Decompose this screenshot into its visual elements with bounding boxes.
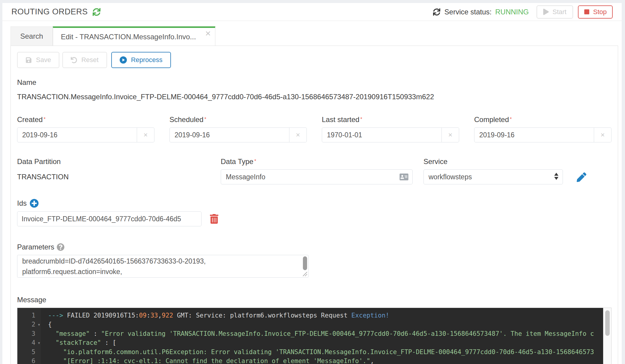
required-mark: * bbox=[360, 117, 362, 122]
service-status-group: Service status: RUNNING Start Stop bbox=[433, 5, 613, 19]
service-status-value: RUNNING bbox=[495, 8, 529, 16]
parameters-label: Parameters bbox=[17, 243, 54, 251]
reprocess-button-label: Reprocess bbox=[131, 56, 163, 64]
close-icon[interactable]: × bbox=[205, 28, 211, 38]
field-scheduled: Scheduled* × bbox=[169, 115, 307, 142]
clear-icon[interactable]: × bbox=[137, 127, 154, 142]
tab-search[interactable]: Search bbox=[10, 26, 53, 46]
add-id-plus-icon[interactable] bbox=[30, 199, 39, 208]
stop-icon bbox=[584, 9, 590, 15]
save-icon bbox=[25, 57, 32, 63]
tab-edit[interactable]: Edit - TRANSACTION.MessageInfo.Invo... × bbox=[53, 26, 215, 46]
reprocess-button[interactable]: Reprocess bbox=[111, 52, 171, 68]
stop-button[interactable]: Stop bbox=[578, 5, 613, 19]
code-row: 5 "io.platform6.common.util.P6Exception:… bbox=[17, 348, 603, 357]
app-header: ROUTING ORDERS Service status: RUNNING S… bbox=[2, 3, 622, 21]
parameters-field: breadcrumbId=ID-d7d426540165-15663767336… bbox=[17, 255, 309, 278]
play-circle-icon bbox=[120, 56, 127, 64]
fold-caret-icon[interactable]: ▾ bbox=[37, 320, 40, 329]
clear-icon[interactable]: × bbox=[289, 127, 307, 142]
line-number: 6 bbox=[17, 357, 41, 364]
tab-edit-label: Edit - TRANSACTION.MessageInfo.Invo... bbox=[61, 33, 196, 41]
scheduled-input[interactable] bbox=[169, 127, 289, 142]
field-completed: Completed* × bbox=[474, 115, 612, 142]
created-input[interactable] bbox=[17, 127, 137, 142]
page-title: ROUTING ORDERS bbox=[11, 7, 88, 16]
service-select-value: workflowsteps bbox=[429, 173, 472, 181]
tab-bar: Search Edit - TRANSACTION.MessageInfo.In… bbox=[10, 26, 622, 46]
refresh-icon[interactable] bbox=[93, 8, 100, 16]
code-line: "[Error] :1:14: cvc-elt.1: Cannot find t… bbox=[41, 357, 374, 364]
code-row: 6 "[Error] :1:14: cvc-elt.1: Cannot find… bbox=[17, 357, 603, 364]
code-line: "io.platform6.common.util.P6Exception: E… bbox=[41, 348, 594, 357]
code-row: 4▾ "stackTrace" : [ bbox=[17, 338, 603, 347]
address-card-icon[interactable] bbox=[399, 173, 408, 182]
code-row: 3 "message" : "Error validating 'TRANSAC… bbox=[17, 329, 603, 338]
resize-grip-icon[interactable] bbox=[302, 271, 308, 277]
stop-button-label: Stop bbox=[593, 8, 607, 16]
reset-button-label: Reset bbox=[81, 56, 98, 64]
edit-pencil-icon[interactable] bbox=[577, 172, 586, 182]
required-mark: * bbox=[43, 117, 45, 122]
clear-icon[interactable]: × bbox=[594, 127, 612, 142]
reset-button[interactable]: Reset bbox=[62, 52, 107, 68]
required-mark: * bbox=[510, 117, 512, 122]
ids-label: Ids bbox=[17, 199, 27, 207]
data-type-input[interactable] bbox=[221, 169, 413, 184]
play-icon bbox=[543, 9, 549, 15]
name-value: TRANSACTION.MessageInfo.Invoice_FTP-DELM… bbox=[17, 93, 612, 101]
edit-panel: Save Reset Reprocess Name TRANSACTION.Me… bbox=[10, 46, 618, 364]
service-refresh-icon[interactable] bbox=[433, 8, 440, 16]
last-started-input[interactable] bbox=[322, 127, 442, 142]
service-status-label: Service status: bbox=[444, 8, 492, 16]
app-sheet: ROUTING ORDERS Service status: RUNNING S… bbox=[2, 3, 622, 364]
code-line: "message" : "Error validating 'TRANSACTI… bbox=[41, 329, 594, 338]
completed-input[interactable] bbox=[474, 127, 594, 142]
data-partition-value: TRANSACTION bbox=[17, 169, 221, 184]
field-created: Created* × bbox=[17, 115, 154, 142]
message-label: Message bbox=[17, 296, 612, 304]
scheduled-label: Scheduled bbox=[169, 115, 203, 124]
date-fields-row: Created* × Scheduled* × Last started* × bbox=[17, 115, 612, 142]
ids-header: Ids bbox=[17, 199, 612, 208]
message-code-editor[interactable]: 1---> FAILED 20190916T15:09:33,922 GMT: … bbox=[17, 308, 612, 364]
code-row: 2▾{ bbox=[17, 320, 603, 329]
code-row: 1---> FAILED 20190916T15:09:33,922 GMT: … bbox=[17, 311, 603, 320]
field-last-started: Last started* × bbox=[322, 115, 459, 142]
code-editor-lines: 1---> FAILED 20190916T15:09:33,922 GMT: … bbox=[17, 308, 603, 364]
clear-icon[interactable]: × bbox=[442, 127, 459, 142]
field-service: Service workflowsteps bbox=[423, 157, 612, 184]
line-number: 5 bbox=[17, 348, 41, 357]
textarea-scrollbar-thumb[interactable] bbox=[303, 256, 307, 270]
id-input[interactable] bbox=[17, 211, 202, 226]
start-button-label: Start bbox=[552, 8, 566, 16]
data-partition-label: Data Partition bbox=[17, 157, 61, 166]
parameters-textarea[interactable]: breadcrumbId=ID-d7d426540165-15663767336… bbox=[17, 255, 309, 278]
data-type-label: Data Type bbox=[221, 157, 253, 166]
line-number: 3 bbox=[17, 329, 41, 338]
undo-icon bbox=[71, 57, 77, 63]
line-number: 1 bbox=[17, 311, 41, 320]
help-circle-icon[interactable] bbox=[57, 243, 64, 251]
code-line: "stackTrace" : [ bbox=[41, 338, 116, 347]
name-label: Name bbox=[17, 78, 612, 87]
line-number: 4▾ bbox=[17, 338, 41, 347]
trash-icon[interactable] bbox=[210, 214, 218, 224]
last-started-label: Last started bbox=[322, 115, 359, 124]
fold-caret-icon[interactable]: ▾ bbox=[37, 339, 40, 348]
field-data-partition: Data Partition TRANSACTION bbox=[17, 157, 221, 184]
tab-search-label: Search bbox=[20, 32, 43, 40]
save-button[interactable]: Save bbox=[17, 52, 59, 68]
code-line: ---> FAILED 20190916T15:09:33,922 GMT: S… bbox=[41, 311, 389, 320]
ids-row bbox=[17, 211, 612, 226]
created-label: Created bbox=[17, 115, 43, 124]
required-mark: * bbox=[254, 159, 256, 164]
service-select[interactable]: workflowsteps bbox=[423, 169, 563, 184]
editor-scrollbar[interactable] bbox=[603, 308, 611, 364]
required-mark: * bbox=[204, 117, 206, 122]
select-arrows-icon bbox=[554, 173, 558, 180]
line-number: 2▾ bbox=[17, 320, 41, 329]
service-label: Service bbox=[423, 157, 447, 166]
start-button[interactable]: Start bbox=[537, 5, 573, 19]
editor-scrollbar-thumb[interactable] bbox=[605, 310, 610, 336]
